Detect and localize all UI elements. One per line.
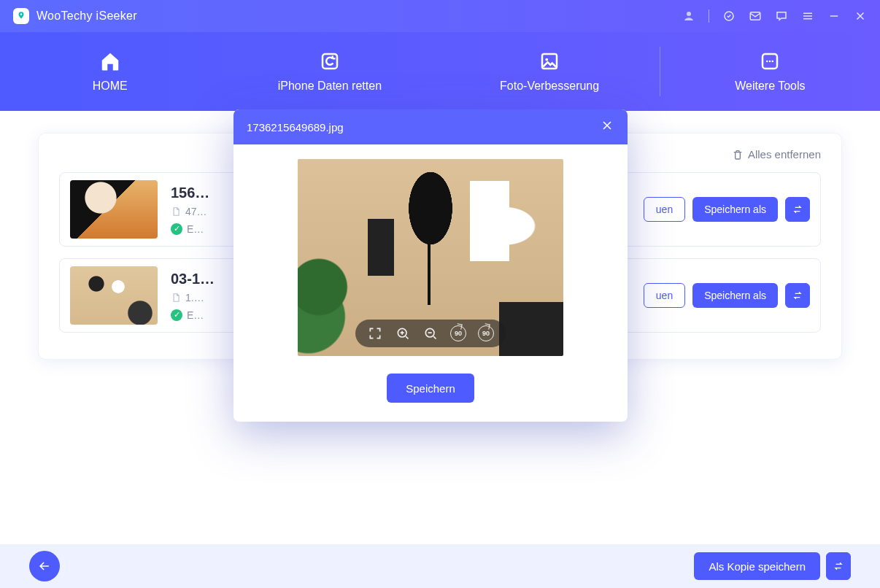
nav-home-label: HOME	[93, 80, 128, 93]
swap-icon	[792, 290, 803, 301]
fullscreen-icon	[368, 326, 382, 341]
file-icon	[171, 293, 181, 303]
remove-all-label: Alles entfernen	[748, 148, 821, 160]
close-window-icon[interactable]	[854, 9, 867, 23]
account-icon[interactable]	[682, 9, 695, 23]
rotate-right-button[interactable]: 90	[478, 325, 494, 341]
zoom-in-icon	[395, 326, 410, 341]
rotate-degree-label: 90	[455, 330, 462, 337]
home-icon	[99, 50, 121, 72]
file-icon	[171, 206, 181, 217]
svg-point-0	[20, 13, 23, 15]
trash-icon	[732, 149, 744, 160]
open-button[interactable]: uen	[644, 197, 685, 222]
row-actions: uen Speichern als	[644, 283, 810, 308]
modal-header: 1736215649689.jpg	[233, 109, 628, 144]
svg-point-6	[546, 58, 549, 61]
zoom-out-button[interactable]	[422, 325, 439, 341]
bottom-bar: Als Kopie speichern	[0, 544, 880, 588]
file-thumbnail[interactable]	[70, 266, 158, 325]
nav-home[interactable]: HOME	[0, 32, 220, 111]
app-logo	[13, 8, 29, 24]
rotate-left-button[interactable]: 90	[450, 325, 466, 341]
app-title: WooTechy iSeeker	[36, 9, 137, 23]
nav-enhance-label: Foto-Verbesserung	[500, 80, 599, 93]
nav-more-tools[interactable]: Weitere Tools	[660, 32, 880, 111]
modal-title: 1736215649689.jpg	[247, 121, 344, 134]
cart-icon[interactable]	[722, 9, 736, 23]
close-icon	[600, 118, 614, 133]
modal-body: 90 90	[233, 144, 628, 371]
titlebar: WooTechy iSeeker	[0, 0, 880, 32]
arrow-left-icon	[37, 559, 52, 573]
save-copy-button[interactable]: Als Kopie speichern	[694, 552, 820, 580]
swap-icon	[833, 560, 844, 572]
zoom-in-button[interactable]	[395, 325, 411, 341]
separator	[709, 9, 709, 23]
zoom-out-icon	[423, 326, 438, 341]
open-button[interactable]: uen	[644, 283, 685, 308]
swap-button[interactable]	[785, 283, 810, 308]
file-thumbnail[interactable]	[70, 180, 158, 239]
modal-footer: Speichern	[233, 371, 628, 422]
refresh-icon	[319, 50, 341, 72]
svg-point-10	[772, 61, 774, 63]
modal-save-button[interactable]: Speichern	[387, 374, 474, 403]
modal-close-button[interactable]	[600, 118, 614, 136]
remove-all-button[interactable]: Alles entfernen	[732, 148, 821, 160]
row-actions: uen Speichern als	[644, 197, 810, 222]
preview-modal: 1736215649689.jpg 90 90 Speichern	[233, 109, 628, 422]
rotate-degree-label: 90	[482, 330, 490, 337]
minimize-icon[interactable]	[827, 9, 841, 23]
save-as-button[interactable]: Speichern als	[692, 283, 778, 308]
svg-point-1	[687, 12, 691, 16]
swap-button[interactable]	[785, 197, 810, 222]
mail-icon[interactable]	[749, 9, 762, 23]
check-icon: ✓	[171, 223, 182, 235]
image-preview[interactable]: 90 90	[298, 159, 563, 356]
nav-recover[interactable]: iPhone Daten retten	[220, 32, 439, 111]
image-icon	[539, 50, 560, 72]
nav-more-label: Weitere Tools	[735, 80, 805, 93]
preview-controls: 90 90	[355, 320, 506, 347]
more-icon	[759, 50, 781, 72]
bottom-swap-button[interactable]	[826, 552, 851, 580]
nav-recover-label: iPhone Daten retten	[278, 80, 382, 93]
main-nav: HOME iPhone Daten retten Foto-Verbesseru…	[0, 32, 880, 111]
svg-rect-4	[323, 54, 337, 69]
swap-icon	[792, 204, 803, 215]
svg-point-9	[769, 61, 771, 63]
titlebar-actions	[682, 9, 867, 23]
svg-point-8	[766, 61, 768, 63]
feedback-icon[interactable]	[775, 9, 788, 23]
nav-enhance[interactable]: Foto-Verbesserung	[440, 32, 660, 111]
back-button[interactable]	[29, 551, 60, 581]
check-icon: ✓	[171, 309, 182, 321]
save-as-button[interactable]: Speichern als	[692, 197, 778, 222]
menu-icon[interactable]	[801, 9, 814, 23]
fullscreen-button[interactable]	[367, 325, 383, 341]
